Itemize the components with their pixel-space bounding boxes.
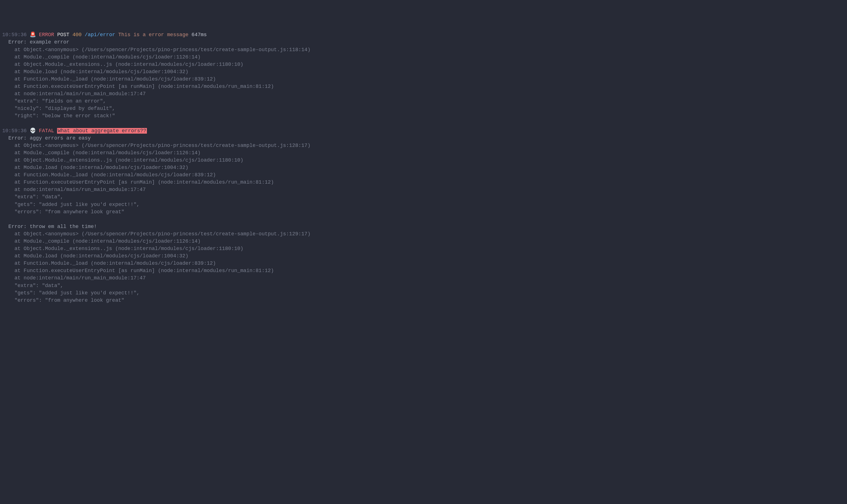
- stack-frame: at Function.executeUserEntryPoint [as ru…: [2, 267, 845, 274]
- stack-frame: at Function.Module._load (node:internal/…: [2, 259, 845, 267]
- error-title: Error: aggy errors are easy: [2, 134, 845, 142]
- log-message: What about aggregate errors??: [57, 128, 147, 133]
- log-line: [2, 120, 845, 127]
- extra-field-text: "errors": "from anywhere look great": [2, 298, 124, 303]
- error-title: Error: example error: [2, 38, 845, 46]
- stack-frame-text: at Function.Module._load (node:internal/…: [2, 260, 216, 266]
- stack-frame: at Module.load (node:internal/modules/cj…: [2, 252, 845, 259]
- log-level: ERROR: [39, 32, 54, 38]
- stack-frame-text: at Module.load (node:internal/modules/cj…: [2, 253, 188, 259]
- stack-frame-text: at node:internal/main/run_main_module:17…: [2, 187, 146, 192]
- stack-frame-text: at Function.Module._load (node:internal/…: [2, 76, 216, 82]
- stack-frame-text: at Module._compile (node:internal/module…: [2, 150, 201, 156]
- error-title-text: Error: example error: [2, 39, 70, 45]
- stack-frame-text: at Object.Module._extensions..js (node:i…: [2, 157, 243, 163]
- stack-frame: at Function.Module._load (node:internal/…: [2, 75, 845, 83]
- timestamp: 10:59:36: [2, 128, 26, 133]
- stack-frame-text: at Module.load (node:internal/modules/cj…: [2, 165, 188, 170]
- stack-frame: at Function.executeUserEntryPoint [as ru…: [2, 83, 845, 90]
- stack-frame-text: at Module._compile (node:internal/module…: [2, 54, 201, 60]
- extra-field-text: "gets": "added just like you'd expect!!"…: [2, 290, 140, 296]
- stack-frame-text: at Function.Module._load (node:internal/…: [2, 172, 216, 178]
- stack-frame-text: at Object.<anonymous> (/Users/spencer/Pr…: [2, 47, 310, 53]
- level-icon: 💀: [30, 127, 36, 134]
- level-icon: 🚨: [30, 31, 36, 38]
- extra-field: "nicely": "displayed by default",: [2, 105, 845, 112]
- stack-frame: at Module._compile (node:internal/module…: [2, 149, 845, 157]
- stack-frame: at Module.load (node:internal/modules/cj…: [2, 164, 845, 171]
- extra-field: "errors": "from anywhere look great": [2, 208, 845, 216]
- extra-field: "right": "below the error stack!": [2, 112, 845, 120]
- http-status: 400: [73, 32, 82, 38]
- stack-frame-text: at Object.<anonymous> (/Users/spencer/Pr…: [2, 143, 310, 148]
- log-message: This is a error message: [119, 32, 188, 38]
- stack-frame: at node:internal/main/run_main_module:17…: [2, 186, 845, 193]
- timestamp: 10:59:36: [2, 32, 26, 38]
- stack-frame-text: at node:internal/main/run_main_module:17…: [2, 91, 146, 96]
- http-path: /api/error: [85, 32, 115, 38]
- stack-frame: at Object.<anonymous> (/Users/spencer/Pr…: [2, 230, 845, 238]
- extra-field: "errors": "from anywhere look great": [2, 296, 845, 304]
- extra-field: "gets": "added just like you'd expect!!"…: [2, 201, 845, 208]
- stack-frame: at node:internal/main/run_main_module:17…: [2, 90, 845, 97]
- extra-field-text: "right": "below the error stack!": [2, 113, 115, 119]
- stack-frame: at Object.Module._extensions..js (node:i…: [2, 245, 845, 252]
- log-entry-header: 10:59:36 🚨 ERROR POST 400 /api/error Thi…: [2, 31, 845, 38]
- stack-frame: at Object.Module._extensions..js (node:i…: [2, 157, 845, 164]
- error-title-text: Error: throw em all the time!: [2, 224, 97, 229]
- log-entry-header: 10:59:36 💀 FATAL What about aggregate er…: [2, 127, 845, 134]
- extra-field-text: "gets": "added just like you'd expect!!"…: [2, 202, 140, 208]
- extra-field-text: "extra": "data",: [2, 194, 63, 200]
- stack-frame: at Module._compile (node:internal/module…: [2, 238, 845, 245]
- log-level: FATAL: [39, 128, 54, 133]
- stack-frame-text: at Object.Module._extensions..js (node:i…: [2, 246, 243, 251]
- stack-frame: at Module.load (node:internal/modules/cj…: [2, 68, 845, 75]
- log-line: [2, 216, 845, 223]
- error-title: Error: throw em all the time!: [2, 223, 845, 230]
- stack-frame-text: at Module.load (node:internal/modules/cj…: [2, 69, 188, 75]
- stack-frame-text: at Object.<anonymous> (/Users/spencer/Pr…: [2, 231, 310, 237]
- stack-frame-text: at Function.executeUserEntryPoint [as ru…: [2, 179, 274, 185]
- stack-frame-text: at Module._compile (node:internal/module…: [2, 238, 201, 244]
- log-output: 10:59:36 🚨 ERROR POST 400 /api/error Thi…: [2, 31, 845, 304]
- duration: 647ms: [192, 32, 207, 38]
- stack-frame: at node:internal/main/run_main_module:17…: [2, 274, 845, 282]
- stack-frame: at Object.<anonymous> (/Users/spencer/Pr…: [2, 142, 845, 149]
- extra-field-text: "nicely": "displayed by default",: [2, 106, 115, 111]
- stack-frame: at Function.executeUserEntryPoint [as ru…: [2, 179, 845, 186]
- stack-frame: at Module._compile (node:internal/module…: [2, 53, 845, 61]
- extra-field: "extra": "data",: [2, 193, 845, 201]
- stack-frame: at Object.<anonymous> (/Users/spencer/Pr…: [2, 46, 845, 53]
- stack-frame-text: at Object.Module._extensions..js (node:i…: [2, 61, 243, 67]
- stack-frame-text: at Function.executeUserEntryPoint [as ru…: [2, 268, 274, 273]
- extra-field-text: "extra": "data",: [2, 283, 63, 288]
- extra-field-text: "errors": "from anywhere look great": [2, 209, 124, 215]
- stack-frame: at Function.Module._load (node:internal/…: [2, 171, 845, 179]
- extra-field-text: "extra": "fields on an error",: [2, 98, 106, 104]
- error-title-text: Error: aggy errors are easy: [2, 135, 91, 141]
- extra-field: "extra": "fields on an error",: [2, 97, 845, 105]
- stack-frame-text: at Function.executeUserEntryPoint [as ru…: [2, 84, 274, 89]
- extra-field: "gets": "added just like you'd expect!!"…: [2, 289, 845, 296]
- http-method: POST: [57, 32, 69, 38]
- extra-field: "extra": "data",: [2, 282, 845, 289]
- stack-frame-text: at node:internal/main/run_main_module:17…: [2, 275, 146, 281]
- stack-frame: at Object.Module._extensions..js (node:i…: [2, 61, 845, 68]
